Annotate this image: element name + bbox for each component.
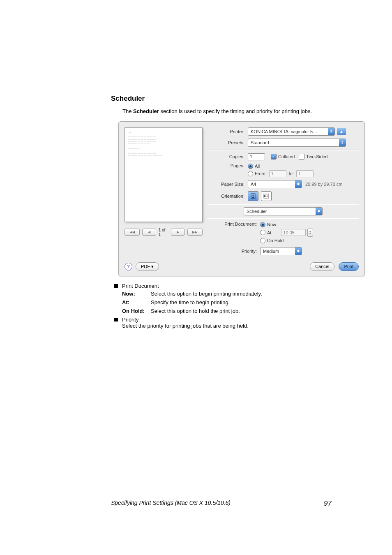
- print-button[interactable]: Print: [339, 262, 359, 271]
- footer-title: Specifying Print Settings (Mac OS X 10.5…: [111, 500, 231, 506]
- page-footer: Specifying Print Settings (Mac OS X 10.5…: [111, 496, 332, 508]
- orientation-portrait[interactable]: [248, 191, 258, 201]
- paper-dimensions: 20.99 by 29.70 cm: [305, 182, 343, 187]
- pages-from-radio[interactable]: From:: [248, 171, 267, 176]
- to-label: to:: [289, 171, 294, 176]
- page-indicator: 1 of 1: [159, 228, 169, 237]
- bullet-icon: [114, 284, 118, 288]
- prev-page-button[interactable]: ◀: [142, 229, 156, 236]
- help-button[interactable]: ?: [125, 263, 132, 271]
- printer-select[interactable]: KONICA MINOLTA magicolor 5…: [248, 127, 335, 136]
- paper-size-label: Paper Size:: [208, 182, 248, 187]
- copies-input[interactable]: 1: [248, 153, 265, 160]
- opt-at: At:Specify the time to begin printing.: [122, 299, 332, 305]
- opt-now: Now:Select this option to begin printing…: [122, 291, 332, 297]
- pages-label: Pages:: [208, 163, 248, 168]
- pages-all-radio[interactable]: All: [248, 164, 260, 169]
- print-document-label: Print Document:: [208, 222, 260, 227]
- page-nav: ◀◀ ◀ 1 of 1 ▶ ▶▶: [125, 228, 203, 237]
- presets-select[interactable]: Standard: [248, 139, 346, 147]
- print-at-time[interactable]: 10:05: [281, 229, 306, 236]
- pdf-button[interactable]: PDF ▾: [136, 262, 159, 271]
- opt-on-hold: On Hold:Select this option to hold the p…: [122, 308, 332, 314]
- last-page-button[interactable]: ▶▶: [187, 229, 203, 236]
- section-heading: Scheduler: [111, 95, 332, 103]
- pages-from-input[interactable]: 1: [269, 170, 286, 177]
- dropdown-arrows-icon: [316, 208, 322, 215]
- time-stepper[interactable]: [307, 229, 313, 237]
- preview-page: Test test test test test test test test …: [125, 127, 203, 222]
- printer-info-button[interactable]: ▲: [337, 128, 346, 135]
- bullet-icon: [114, 318, 118, 321]
- paper-size-select[interactable]: A4: [248, 180, 302, 188]
- next-page-button[interactable]: ▶: [171, 229, 184, 236]
- priority-select[interactable]: Medium: [260, 247, 302, 255]
- priority-label: Priority:: [208, 249, 260, 254]
- footer-page-number: 97: [324, 500, 332, 508]
- print-on-hold-radio[interactable]: On Hold: [260, 238, 284, 243]
- svg-point-1: [253, 194, 254, 196]
- dropdown-arrows-icon: [339, 139, 346, 146]
- orientation-label: Orientation:: [208, 194, 248, 199]
- printer-label: Printer:: [208, 129, 248, 134]
- two-sided-checkbox[interactable]: Two-Sided: [299, 154, 327, 160]
- priority-bullet: Priority Select the priority for printin…: [114, 317, 332, 329]
- presets-label: Presets:: [208, 140, 248, 145]
- print-at-radio[interactable]: At: [260, 230, 271, 235]
- settings-pane: Printer: KONICA MINOLTA magicolor 5… ▲ P…: [208, 127, 359, 258]
- dropdown-arrows-icon: [328, 128, 334, 135]
- dropdown-arrows-icon: [295, 247, 302, 255]
- cancel-button[interactable]: Cancel: [310, 262, 334, 271]
- pages-to-input[interactable]: 1: [296, 170, 314, 177]
- print-document-bullet: Print Document: [114, 283, 332, 289]
- orientation-landscape[interactable]: [261, 191, 272, 201]
- dropdown-arrows-icon: [295, 180, 302, 188]
- print-now-radio[interactable]: Now: [260, 222, 276, 227]
- first-page-button[interactable]: ◀◀: [125, 229, 140, 236]
- collated-checkbox[interactable]: ✓Collated: [271, 154, 295, 160]
- panel-select[interactable]: Scheduler: [244, 207, 323, 215]
- copies-label: Copies:: [208, 154, 248, 159]
- svg-point-3: [267, 195, 268, 197]
- preview-pane: Test test test test test test test test …: [125, 127, 203, 258]
- intro-text: The Scheduler section is used to specify…: [122, 108, 332, 116]
- print-dialog: Test test test test test test test test …: [118, 121, 365, 276]
